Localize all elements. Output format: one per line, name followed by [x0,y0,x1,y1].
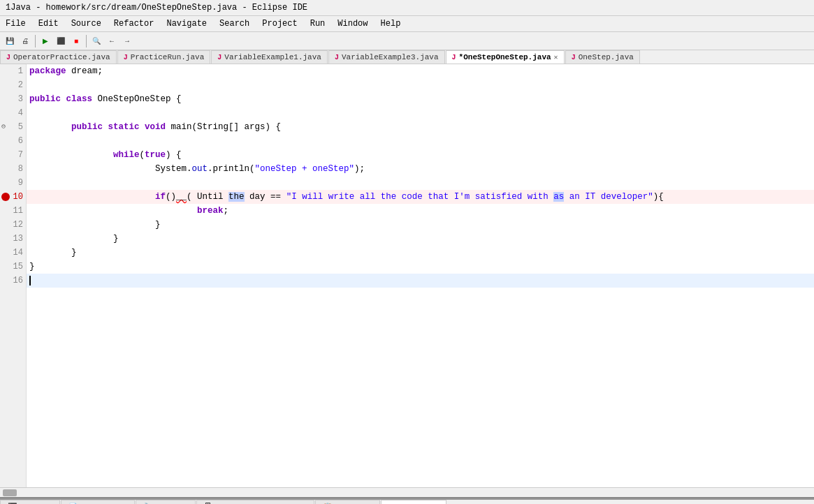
code-line-8: System.out.println("oneStep + oneStep"); [27,162,814,176]
window-title: 1Java - homework/src/dream/OneStepOneSte… [6,3,307,13]
line-num-14: 14 [0,246,26,260]
java-icon: J [124,54,128,61]
tab-operator-practice[interactable]: J OperatorPractice.java [0,50,117,64]
line-num-12: 12 [0,218,26,232]
code-line-3: public class OneStepOneStep { [27,92,814,106]
editor-hscroll[interactable] [0,487,814,497]
java-icon: J [6,54,10,61]
main-editor-area: 1 2 3 4 5 6 7 8 9 10 11 12 13 14 15 16 p… [0,64,814,497]
code-area[interactable]: package dream; public class OneStepOneSt… [27,64,814,487]
bottom-tabs: ⬛ Markers 📄 Properties 🔧 Servers 🗄 Data … [0,498,814,504]
toolbar-btn-back[interactable]: ← [105,34,119,48]
bottom-tab-properties[interactable]: 📄 Properties [61,500,135,504]
bottom-tab-markers[interactable]: ⬛ Markers [0,500,60,504]
line-num-4: 4 [0,106,26,120]
line-num-11: 11 [0,204,26,218]
code-line-16[interactable] [27,274,814,288]
code-line-11: break; [27,204,814,218]
toolbar-sep-2 [86,35,87,47]
line-num-8: 8 [0,162,26,176]
line-num-15: 15 [0,260,26,274]
code-line-4 [27,106,814,120]
code-line-10: if()__( Until the day == "I will write a… [27,190,814,204]
menu-bar: FileEditSourceRefactorNavigateSearchProj… [0,16,814,32]
tab-variable-example1[interactable]: J VariableExample1.java [211,50,328,64]
toolbar-sep-1 [35,35,36,47]
line-num-16: 16 [0,274,26,288]
bottom-tab-servers[interactable]: 🔧 Servers [136,500,196,504]
code-line-5: public static void main(String[] args) { [27,120,814,134]
menu-item-refactor[interactable]: Refactor [108,17,160,30]
java-icon: J [217,54,221,61]
line-num-1: 1 [0,64,26,78]
code-line-12: } [27,218,814,232]
menu-item-source[interactable]: Source [66,17,107,30]
code-line-2 [27,78,814,92]
bottom-tab-snippets[interactable]: 📋 Snippets [315,500,380,504]
java-icon: J [335,54,339,61]
code-line-15: } [27,260,814,274]
tab-onestep-onestep[interactable]: J *OneStepOneStep.java ✕ [446,50,565,64]
code-line-1: package dream; [27,64,814,78]
tab-practice-run[interactable]: J PracticeRun.java [117,50,211,64]
line-gutter: 1 2 3 4 5 6 7 8 9 10 11 12 13 14 15 16 [0,64,27,487]
tab-onestep[interactable]: J OneStep.java [565,50,640,64]
toolbar: 💾 🖨 ▶ ⬛ ■ 🔍 ← → [0,32,814,50]
line-num-9: 9 [0,176,26,190]
tab-variable-example3[interactable]: J VariableExample3.java [328,50,445,64]
menu-item-help[interactable]: Help [375,17,407,30]
line-num-10: 10 [0,190,26,204]
line-num-3: 3 [0,92,26,106]
menu-item-window[interactable]: Window [332,17,373,30]
breakpoint-dot [1,193,10,201]
editor[interactable]: 1 2 3 4 5 6 7 8 9 10 11 12 13 14 15 16 p… [0,64,814,487]
bottom-tab-datasource[interactable]: 🗄 Data Source Explorer [196,500,314,504]
bottom-tab-console[interactable]: 🖥 Console ✕ [381,500,446,504]
code-line-13: } [27,232,814,246]
toolbar-btn-save[interactable]: 💾 [3,34,17,48]
java-icon: J [452,54,456,61]
menu-item-file[interactable]: File [0,17,31,30]
code-line-14: } [27,246,814,260]
line-num-5: 5 [0,120,26,134]
menu-item-project[interactable]: Project [256,17,303,30]
toolbar-btn-debug[interactable]: ⬛ [54,34,68,48]
line-num-2: 2 [0,78,26,92]
line-num-7: 7 [0,148,26,162]
title-bar: 1Java - homework/src/dream/OneStepOneSte… [0,0,814,16]
code-line-9 [27,176,814,190]
bottom-panel: ⬛ Markers 📄 Properties 🔧 Servers 🗄 Data … [0,497,814,504]
menu-item-navigate[interactable]: Navigate [161,17,212,30]
menu-item-run[interactable]: Run [305,17,331,30]
code-line-6 [27,134,814,148]
hscroll-thumb[interactable] [3,489,17,496]
menu-item-edit[interactable]: Edit [33,17,64,30]
toolbar-btn-forward[interactable]: → [120,34,134,48]
tab-bar: J OperatorPractice.java J PracticeRun.ja… [0,50,814,64]
line-num-6: 6 [0,134,26,148]
line-num-13: 13 [0,232,26,246]
java-icon: J [572,54,576,61]
toolbar-btn-stop[interactable]: ■ [69,34,83,48]
menu-item-search[interactable]: Search [214,17,255,30]
tab-close-button[interactable]: ✕ [554,53,558,61]
toolbar-btn-search[interactable]: 🔍 [89,34,103,48]
toolbar-btn-print[interactable]: 🖨 [18,34,32,48]
code-line-7: while(true) { [27,148,814,162]
toolbar-btn-run[interactable]: ▶ [38,34,52,48]
